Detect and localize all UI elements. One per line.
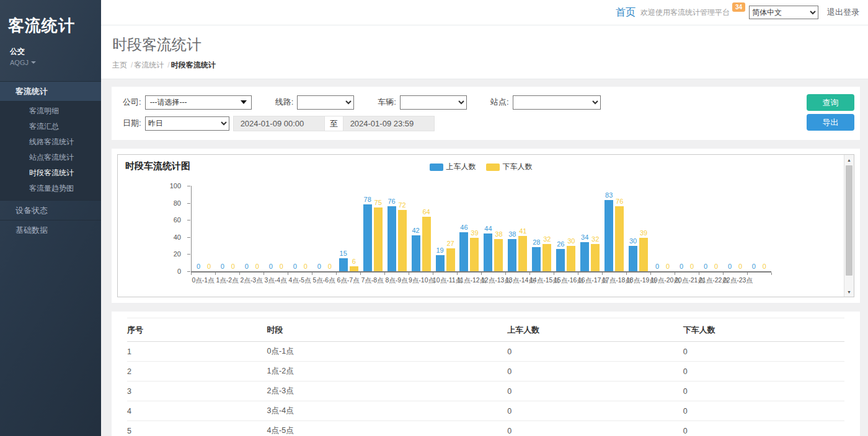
boarding-bar[interactable] <box>532 247 541 271</box>
chart-bar-group: 00 <box>723 186 747 271</box>
sidebar-subitem[interactable]: 客流量趋势图 <box>0 181 101 196</box>
bar-value-label: 34 <box>581 234 588 241</box>
alighting-bar-wrap: 0 <box>712 186 720 271</box>
top-navbar: 首页 欢迎使用客流统计管理平台 34 简体中文 退出登录 <box>101 0 868 25</box>
x-axis-label: 7点-8点 <box>360 276 384 285</box>
scroll-up-arrow-icon[interactable]: ▲ <box>844 155 854 165</box>
org-name: 公交 <box>0 37 101 57</box>
chart-region: 020406080100 000000000000156787576724264… <box>118 155 844 297</box>
chart-plot-groups: 0000000000001567875767242641927463944383… <box>192 186 771 271</box>
alighting-bar[interactable] <box>542 244 551 271</box>
table-cell: 0 <box>683 362 844 381</box>
company-select[interactable]: ---请选择--- <box>145 95 252 110</box>
x-axis-label: 1点-2点 <box>215 276 239 285</box>
boarding-bar[interactable] <box>459 232 468 271</box>
sidebar-subitem[interactable]: 时段客流统计 <box>0 165 101 181</box>
boarding-bar[interactable] <box>629 246 637 271</box>
boarding-bar-wrap: 0 <box>291 186 299 271</box>
x-axis-label: 12点-13点 <box>481 276 505 285</box>
sidebar-subitem[interactable]: 客流明细 <box>0 103 101 119</box>
query-button[interactable]: 查询 <box>807 94 854 111</box>
alighting-bar[interactable] <box>591 244 600 271</box>
chart-panel: 时段车流统计图 上车人数下车人数 020406080100 0000000000… <box>112 149 860 303</box>
x-axis-label: 2点-3点 <box>239 276 264 285</box>
bar-value-label: 0 <box>317 263 321 270</box>
boarding-bar[interactable] <box>556 249 565 271</box>
bar-value-label: 6 <box>352 258 356 265</box>
boarding-bar[interactable] <box>508 239 516 271</box>
date-from-input[interactable] <box>233 116 325 131</box>
filter-row-1: 公司: ---请选择--- 线路: 车辆: 站点: <box>123 94 849 111</box>
alighting-bar[interactable] <box>374 207 383 272</box>
boarding-bar[interactable] <box>484 233 492 271</box>
vehicle-select[interactable] <box>400 95 467 110</box>
filter-panel: 公司: ---请选择--- 线路: 车辆: 站点: 日期: 昨日 <box>112 87 860 140</box>
alighting-bar[interactable] <box>494 239 503 271</box>
bar-value-label: 39 <box>471 230 478 237</box>
logout-link[interactable]: 退出登录 <box>827 7 859 18</box>
breadcrumb-separator: / <box>131 61 133 69</box>
table-cell: 0 <box>507 421 683 436</box>
alighting-bar[interactable] <box>422 217 431 271</box>
y-axis-tick <box>187 271 190 272</box>
chart-bar-group: 4264 <box>409 186 433 271</box>
sidebar-subitem[interactable]: 线路客流统计 <box>0 134 101 150</box>
boarding-bar[interactable] <box>436 255 445 271</box>
chart-vertical-scrollbar[interactable]: ▲ ▼ <box>844 155 854 297</box>
app-brand: 客流统计 <box>0 0 101 37</box>
date-preset-select[interactable]: 昨日 <box>145 116 229 131</box>
boarding-bar-wrap: 15 <box>339 186 348 271</box>
bar-value-label: 15 <box>340 250 347 257</box>
scrollbar-thumb[interactable] <box>846 165 852 276</box>
alighting-bar[interactable] <box>470 238 479 271</box>
bar-value-label: 0 <box>197 263 200 270</box>
sidebar-group-passenger-stats[interactable]: 客流统计 <box>0 81 101 101</box>
boarding-bar[interactable] <box>388 206 396 271</box>
sidebar-section[interactable]: 设备状态 <box>0 200 101 220</box>
sidebar-section[interactable]: 基础数据 <box>0 220 101 240</box>
boarding-bar[interactable] <box>339 258 348 271</box>
alighting-bar-wrap: 75 <box>374 186 383 271</box>
breadcrumb: 主页/客流统计/时段客流统计 <box>112 60 868 71</box>
chart-bar-group: 2832 <box>529 186 554 271</box>
alighting-bar[interactable] <box>639 238 648 271</box>
station-select[interactable] <box>513 95 601 110</box>
sidebar-subitem[interactable]: 站点客流统计 <box>0 150 101 165</box>
bar-value-label: 0 <box>704 263 707 270</box>
chart-x-ticks <box>191 272 772 275</box>
date-to-input[interactable] <box>343 116 435 131</box>
bar-value-label: 0 <box>304 263 308 270</box>
alighting-bar[interactable] <box>350 266 358 271</box>
sidebar-bottom-sections: 设备状态基础数据 <box>0 200 101 240</box>
org-code-dropdown[interactable]: AQGJ <box>0 57 101 66</box>
language-select[interactable]: 简体中文 <box>749 6 818 19</box>
boarding-bar[interactable] <box>604 200 613 271</box>
alighting-bar[interactable] <box>567 246 575 271</box>
boarding-bar[interactable] <box>580 242 589 271</box>
breadcrumb-item[interactable]: 客流统计 <box>134 61 164 69</box>
x-axis-label: 19点-20点 <box>650 276 675 285</box>
line-select[interactable] <box>297 95 354 110</box>
boarding-bar-wrap: 0 <box>653 186 662 271</box>
boarding-bar[interactable] <box>412 235 420 271</box>
chart-bar-group: 00 <box>216 186 240 271</box>
x-axis-label: 8点-9点 <box>384 276 409 285</box>
alighting-bar[interactable] <box>398 210 407 271</box>
alighting-bar[interactable] <box>615 206 624 271</box>
alighting-bar-wrap: 64 <box>422 186 431 271</box>
alighting-bar-wrap: 32 <box>542 186 551 271</box>
export-button[interactable]: 导出 <box>807 114 854 131</box>
chart-bar-group: 2630 <box>554 186 578 271</box>
home-link[interactable]: 首页 <box>616 6 636 19</box>
boarding-bar[interactable] <box>363 204 372 271</box>
x-axis-label: 11点-12点 <box>457 276 481 285</box>
alighting-bar[interactable] <box>518 236 527 271</box>
alighting-bar[interactable] <box>446 248 455 271</box>
x-axis-label: 14点-15点 <box>529 276 554 285</box>
chart-bar-group: 7672 <box>385 186 409 271</box>
y-axis-tick <box>187 203 190 204</box>
chart-bar-group: 00 <box>699 186 723 271</box>
breadcrumb-item[interactable]: 主页 <box>112 61 127 69</box>
scroll-down-arrow-icon[interactable]: ▼ <box>844 287 854 297</box>
sidebar-subitem[interactable]: 客流汇总 <box>0 119 101 134</box>
